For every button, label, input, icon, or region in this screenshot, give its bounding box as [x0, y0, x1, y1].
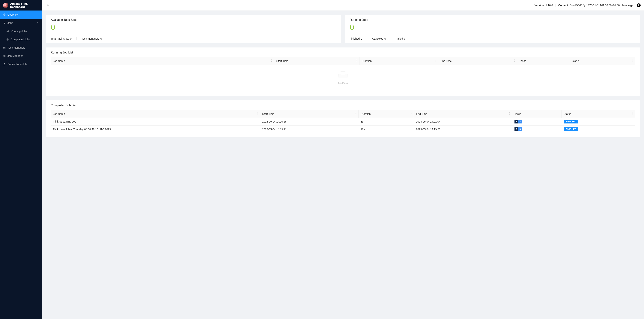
cell-tasks: 22	[512, 118, 562, 126]
stat-sub-value: 2	[361, 37, 362, 40]
commit-label: Commit:	[558, 4, 569, 7]
col-start-time[interactable]: Start Time▴▾	[274, 57, 360, 65]
stat-sub-value: 0	[384, 37, 386, 40]
flink-logo-icon	[3, 3, 8, 8]
sort-icon: ▴▾	[271, 60, 272, 62]
stat-sub-label: Total Task Slots	[51, 37, 69, 40]
chevron-up-icon	[36, 22, 39, 25]
commit-value: DeadD0d0 @ 1970-01-01T01:00:00+01:00	[570, 4, 620, 7]
sidebar-item-task-managers[interactable]: Task Managers	[0, 44, 42, 52]
col-start-time[interactable]: Start Time▴▾	[260, 110, 358, 118]
topbar-info: Version: 1.16.0 Commit: DeadD0d0 @ 1970-…	[534, 4, 641, 7]
message-label: Message:	[622, 4, 634, 7]
stat-sub-value: 0	[70, 37, 72, 40]
svg-point-1	[7, 30, 9, 32]
list-icon	[3, 22, 6, 24]
cell-end: 2023-05-04 14:19:23	[414, 126, 512, 133]
sort-icon: ▴▾	[514, 60, 515, 62]
sidebar-item-completed-jobs[interactable]: Completed Jobs	[0, 35, 42, 44]
play-circle-icon	[6, 30, 9, 33]
table-row[interactable]: Flink Java Job at Thu May 04 08:49:10 UT…	[51, 126, 636, 133]
empty-text: No Data	[50, 82, 636, 85]
app-title: Apache Flink Dashboard	[10, 2, 39, 9]
stat-card-slots: Available Task Slots 0 Total Task Slots0…	[46, 15, 341, 43]
sidebar-item-label: Overview	[8, 13, 18, 16]
col-end-time[interactable]: End Time▴▾	[414, 110, 512, 118]
stat-sub-label: Failed	[396, 37, 403, 40]
col-end-time[interactable]: End Time▴▾	[438, 57, 517, 65]
svg-rect-4	[3, 55, 4, 56]
col-job-name[interactable]: Job Name▴▾	[51, 57, 274, 65]
sidebar-item-jobs[interactable]: Jobs	[0, 19, 42, 27]
sidebar-item-job-manager[interactable]: Job Manager	[0, 52, 42, 60]
empty-box-icon	[337, 71, 349, 79]
sort-icon: ▴▾	[632, 113, 633, 115]
collapse-icon[interactable]	[46, 3, 50, 7]
panel-title: Completed Job List	[46, 100, 640, 110]
stat-value: 0	[350, 24, 635, 31]
cell-status: FINISHED	[561, 118, 635, 126]
svg-point-2	[7, 39, 9, 41]
sort-icon: ▴▾	[509, 113, 510, 115]
cell-status: FINISHED	[561, 126, 635, 133]
stat-sub-label: Canceled	[372, 37, 383, 40]
cell-tasks: 33	[512, 126, 562, 133]
cell-start: 2023-05-04 14:20:56	[260, 118, 358, 126]
status-badge: FINISHED	[564, 120, 578, 124]
cell-job-name: Flink Streaming Job	[51, 118, 260, 126]
version-label: Version:	[534, 4, 545, 7]
message-badge[interactable]: 0	[637, 4, 641, 7]
separator	[76, 37, 77, 40]
col-tasks[interactable]: Tasks	[517, 57, 570, 65]
empty-state: No Data	[50, 65, 636, 92]
task-badge: 33	[514, 127, 522, 131]
submenu-jobs: Running Jobs Completed Jobs	[0, 27, 42, 44]
col-job-name[interactable]: Job Name▴▾	[51, 110, 260, 118]
col-duration[interactable]: Duration▴▾	[358, 110, 414, 118]
calendar-icon	[3, 46, 6, 49]
check-circle-icon	[6, 38, 9, 41]
sidebar-item-label: Completed Jobs	[11, 38, 30, 41]
sort-icon: ▴▾	[411, 113, 412, 115]
svg-rect-6	[3, 56, 4, 57]
running-jobs-table: Job Name▴▾ Start Time▴▾ Duration▴▾ End T…	[50, 57, 636, 65]
panel-title: Running Job List	[46, 48, 640, 57]
sidebar-item-label: Jobs	[8, 22, 13, 25]
topbar: Version: 1.16.0 Commit: DeadD0d0 @ 1970-…	[42, 0, 644, 11]
version-value: 1.16.0	[546, 4, 553, 7]
sidebar-item-label: Submit New Job	[8, 63, 26, 66]
task-badge: 22	[514, 120, 522, 124]
cell-start: 2023-05-04 14:19:11	[260, 126, 358, 133]
grid-icon	[3, 55, 6, 57]
stat-title: Running Jobs	[350, 18, 635, 22]
sort-icon: ▴▾	[632, 60, 633, 62]
panel-running-jobs: Running Job List Job Name▴▾ Start Time▴▾…	[46, 48, 640, 96]
col-tasks[interactable]: Tasks	[512, 110, 562, 118]
separator	[391, 37, 391, 40]
sidebar-item-label: Running Jobs	[11, 30, 27, 33]
col-duration[interactable]: Duration▴▾	[360, 57, 438, 65]
svg-rect-5	[4, 55, 5, 56]
sidebar-item-label: Job Manager	[8, 55, 23, 58]
stat-sub-value: 0	[404, 37, 406, 40]
col-status[interactable]: Status▴▾	[561, 110, 635, 118]
sidebar-item-submit-new-job[interactable]: Submit New Job	[0, 60, 42, 68]
sidebar-item-running-jobs[interactable]: Running Jobs	[0, 27, 42, 35]
cell-end: 2023-05-04 14:21:04	[414, 118, 512, 126]
sidebar-item-overview[interactable]: Overview	[0, 11, 42, 19]
sort-icon: ▴▾	[435, 60, 436, 62]
status-badge: FINISHED	[564, 127, 578, 131]
stat-card-jobs: Running Jobs 0 Finished2 Canceled0 Faile…	[345, 15, 640, 43]
upload-icon	[3, 63, 6, 66]
content: Available Task Slots 0 Total Task Slots0…	[42, 11, 644, 146]
col-status[interactable]: Status▴▾	[570, 57, 635, 65]
sort-icon: ▴▾	[355, 113, 356, 115]
sidebar-menu: Overview Jobs Running Jobs	[0, 11, 42, 68]
completed-jobs-table: Job Name▴▾ Start Time▴▾ Duration▴▾ End T…	[50, 110, 636, 133]
stat-title: Available Task Slots	[51, 18, 336, 22]
cell-job-name: Flink Java Job at Thu May 04 08:49:10 UT…	[51, 126, 260, 133]
svg-rect-7	[4, 56, 5, 57]
stat-sub-label: Task Managers	[82, 37, 99, 40]
table-row[interactable]: Flink Streaming Job 2023-05-04 14:20:56 …	[51, 118, 636, 126]
stat-sub-label: Finished	[350, 37, 360, 40]
